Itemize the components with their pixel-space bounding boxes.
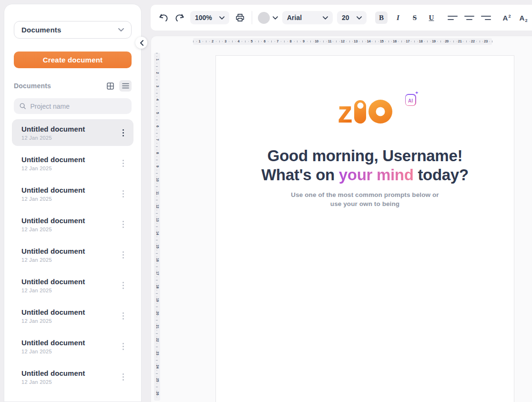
- sparkle-icon: ✦: [415, 90, 419, 95]
- chevron-down-icon: [357, 16, 362, 20]
- document-list-item[interactable]: Untitled document 12 Jan 2025: [12, 302, 133, 329]
- document-list-item[interactable]: Untitled document 12 Jan 2025: [12, 180, 133, 207]
- grid-view-icon[interactable]: [104, 80, 116, 92]
- ai-badge: AI ✦: [405, 94, 416, 106]
- document-list-item[interactable]: Untitled document 12 Jan 2025: [12, 272, 133, 299]
- document-list-item[interactable]: Untitled document 12 Jan 2025: [12, 119, 133, 146]
- create-document-button[interactable]: Create document: [14, 52, 132, 68]
- chevron-down-icon: [273, 16, 278, 20]
- document-menu-kebab-icon[interactable]: [117, 186, 129, 201]
- font-family-select[interactable]: Arial: [282, 11, 333, 24]
- align-left-icon: [448, 16, 458, 20]
- superscript-button[interactable]: A2: [501, 11, 513, 24]
- strikethrough-button[interactable]: S: [409, 11, 421, 24]
- text-color-select[interactable]: [258, 12, 278, 24]
- search-box: [14, 98, 132, 114]
- document-date: 12 Jan 2025: [21, 318, 117, 324]
- document-title: Untitled document: [21, 278, 117, 286]
- logo-letter-i: [354, 100, 366, 124]
- document-menu-kebab-icon[interactable]: [117, 155, 129, 171]
- chevron-down-icon: [219, 16, 225, 20]
- search-input[interactable]: [30, 103, 126, 110]
- italic-button[interactable]: I: [392, 11, 404, 24]
- document-title: Untitled document: [21, 186, 117, 194]
- document-menu-kebab-icon[interactable]: [117, 278, 129, 293]
- font-size-value: 20: [342, 14, 349, 21]
- horizontal-ruler: 1234567891011121314151617181920212223: [193, 38, 492, 45]
- align-center-icon: [464, 16, 474, 20]
- document-date: 12 Jan 2025: [21, 227, 117, 232]
- greeting-line2: What's on your mind today?: [216, 165, 514, 185]
- zoom-value: 100%: [195, 14, 212, 21]
- align-right-button[interactable]: [480, 11, 492, 24]
- undo-button[interactable]: [157, 11, 169, 24]
- greeting-heading: Good morning, Username! What's on your m…: [216, 146, 514, 185]
- sidebar: Documents Create document Documents Unti…: [4, 4, 142, 402]
- document-list-item[interactable]: Untitled document 12 Jan 2025: [12, 363, 133, 390]
- document-title: Untitled document: [21, 339, 117, 347]
- document-title: Untitled document: [21, 369, 117, 377]
- list-view-icon[interactable]: [119, 80, 132, 92]
- undo-icon: [158, 13, 168, 22]
- zoom-select[interactable]: 100%: [190, 11, 229, 24]
- sidebar-collapse-button[interactable]: [135, 37, 147, 49]
- chevron-down-icon: [118, 28, 124, 31]
- document-menu-kebab-icon[interactable]: [117, 308, 129, 323]
- document-date: 12 Jan 2025: [21, 349, 117, 354]
- editor-toolbar: 100% Arial 20 B I S U A2 A2: [151, 5, 532, 31]
- align-right-icon: [481, 16, 491, 20]
- document-date: 12 Jan 2025: [21, 288, 117, 293]
- document-menu-kebab-icon[interactable]: [117, 125, 129, 140]
- document-menu-kebab-icon[interactable]: [117, 339, 129, 354]
- redo-icon: [175, 13, 185, 22]
- align-left-button[interactable]: [446, 11, 459, 24]
- document-title: Untitled document: [21, 155, 117, 164]
- documents-section-header: Documents: [14, 80, 132, 92]
- document-list-item[interactable]: Untitled document 12 Jan 2025: [12, 333, 133, 360]
- document-date: 12 Jan 2025: [21, 165, 117, 171]
- font-family-value: Arial: [287, 14, 302, 21]
- documents-type-select-label: Documents: [21, 26, 61, 34]
- greeting-subtitle: Use one of the most common prompts below…: [216, 190, 514, 208]
- subscript-button[interactable]: A2: [517, 11, 530, 24]
- underline-button[interactable]: U: [425, 11, 438, 24]
- document-date: 12 Jan 2025: [21, 135, 117, 141]
- document-list-item[interactable]: Untitled document 12 Jan 2025: [12, 241, 133, 268]
- toolbar-divider: [252, 11, 252, 24]
- document-date: 12 Jan 2025: [21, 379, 117, 385]
- greeting-highlight: your mind: [339, 166, 414, 184]
- bold-button[interactable]: B: [375, 11, 388, 24]
- document-menu-kebab-icon[interactable]: [117, 247, 129, 262]
- document-title: Untitled document: [21, 247, 117, 255]
- greeting-line1: Good morning, Username!: [216, 146, 514, 165]
- document-title: Untitled document: [21, 308, 117, 316]
- documents-section-label: Documents: [14, 82, 51, 90]
- document-page[interactable]: AI ✦ z Good morning, Username! What's on…: [215, 55, 514, 402]
- logo-letter-z: z: [338, 101, 352, 124]
- align-center-button[interactable]: [463, 11, 475, 24]
- color-swatch: [258, 12, 270, 24]
- font-size-select[interactable]: 20: [337, 11, 367, 24]
- zio-logo: AI ✦ z: [329, 100, 401, 132]
- chevron-left-icon: [140, 40, 143, 46]
- document-menu-kebab-icon[interactable]: [117, 216, 129, 232]
- chevron-down-icon: [323, 16, 328, 20]
- document-list-item[interactable]: Untitled document 12 Jan 2025: [12, 211, 133, 237]
- editor-canvas: 1234567891011121314151617181920212223 12…: [151, 36, 532, 402]
- view-toggles: [104, 80, 132, 92]
- document-date: 12 Jan 2025: [21, 196, 117, 202]
- document-date: 12 Jan 2025: [21, 257, 117, 263]
- document-list: Untitled document 12 Jan 2025 Untitled d…: [12, 119, 133, 390]
- search-icon: [20, 103, 26, 110]
- document-list-item[interactable]: Untitled document 12 Jan 2025: [12, 150, 133, 176]
- logo-letter-o: [368, 100, 392, 124]
- print-button[interactable]: [234, 11, 246, 24]
- printer-icon: [235, 13, 245, 22]
- document-title: Untitled document: [21, 125, 117, 133]
- document-title: Untitled document: [21, 216, 117, 225]
- redo-button[interactable]: [174, 11, 186, 24]
- vertical-ruler: 1234567891011121314151617181920212223242…: [154, 53, 160, 401]
- document-menu-kebab-icon[interactable]: [117, 369, 129, 384]
- documents-type-select[interactable]: Documents: [14, 21, 132, 39]
